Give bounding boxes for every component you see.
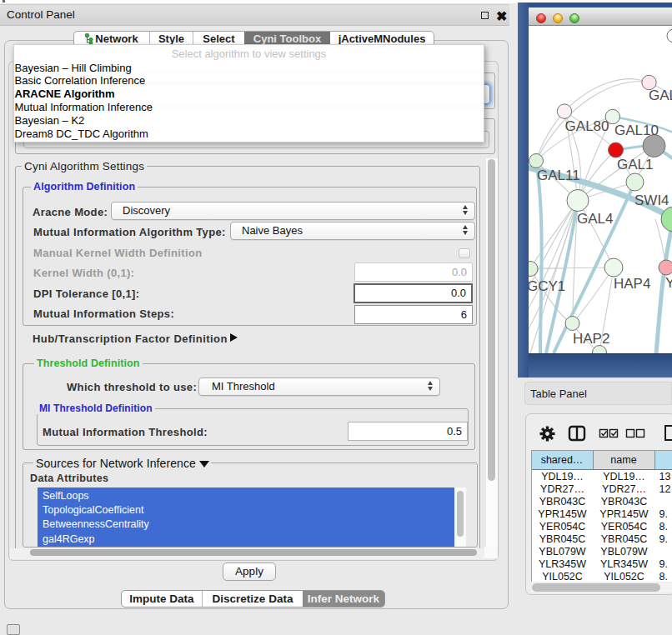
svg-text:GAL11: GAL11 [537, 168, 580, 183]
svg-text:GAL10: GAL10 [614, 122, 659, 138]
svg-text:Y: Y [665, 275, 672, 291]
svg-text:GAL4: GAL4 [577, 211, 613, 227]
svg-text:HAP4: HAP4 [614, 276, 650, 292]
svg-text:HAP2: HAP2 [573, 331, 609, 347]
svg-text:GAL1: GAL1 [617, 157, 653, 172]
svg-text:SWI4: SWI4 [634, 192, 669, 208]
svg-text:GAL80: GAL80 [565, 118, 609, 134]
svg-text:GCY1: GCY1 [529, 278, 565, 294]
svg-text:GAL7: GAL7 [649, 88, 672, 103]
